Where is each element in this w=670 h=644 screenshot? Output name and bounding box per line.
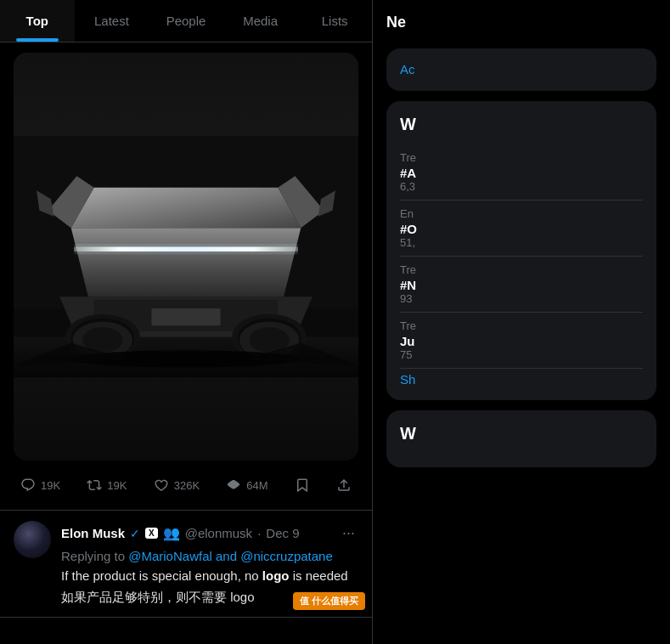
trend-item-2[interactable]: En #O 51,: [400, 201, 643, 257]
tab-media[interactable]: Media: [223, 0, 298, 42]
retweet-icon: [87, 477, 102, 493]
comment-action[interactable]: 19K: [14, 474, 67, 496]
author-name: Elon Musk: [61, 526, 125, 540]
trend-item-4[interactable]: Tre Ju 75: [400, 313, 643, 369]
tweet-date: ·: [257, 526, 261, 540]
svg-rect-12: [74, 244, 298, 254]
tweet-image[interactable]: [14, 53, 358, 460]
tweet-card-main: 19K 19K 326K: [0, 42, 372, 511]
tab-people[interactable]: People: [149, 0, 223, 42]
tweet-date-value: Dec 9: [266, 526, 299, 540]
views-count: 64M: [246, 479, 267, 492]
svg-marker-6: [71, 188, 301, 228]
comment-count: 19K: [41, 479, 60, 492]
tab-latest[interactable]: Latest: [75, 0, 149, 42]
author-handle: @elonmusk: [185, 526, 252, 540]
more-options-button[interactable]: ···: [339, 521, 358, 545]
tweet-header-left: Elon Musk ✓ X 👥 @elonmusk · Dec 9: [61, 525, 299, 541]
like-count: 326K: [174, 479, 200, 492]
views-icon: [226, 477, 241, 493]
feed: 19K 19K 326K: [0, 42, 372, 644]
tweet-header: Elon Musk ✓ X 👥 @elonmusk · Dec 9 ···: [61, 521, 358, 545]
views-action[interactable]: 64M: [219, 474, 274, 496]
whats-happening-section: W Tre #A 6,3 En #O 51, Tre #N 93 Tre Ju …: [386, 101, 656, 400]
tweet-bold-word: logo: [262, 568, 290, 583]
sidebar-section-2: W: [386, 410, 656, 467]
trend-item-3[interactable]: Tre #N 93: [400, 257, 643, 313]
affiliate-badge: 👥: [163, 525, 180, 541]
watermark: 值 什么值得买: [293, 592, 365, 610]
reply-to: Replying to @MarioNawfal and @niccruzpat…: [61, 549, 358, 563]
like-action[interactable]: 326K: [147, 474, 206, 496]
svg-marker-5: [71, 228, 301, 297]
sidebar-ads-section: Ac: [386, 48, 656, 91]
share-icon: [336, 477, 352, 493]
share-action[interactable]: [329, 474, 358, 496]
avatar: [14, 521, 51, 558]
show-more-trends[interactable]: Sh: [400, 372, 643, 387]
sidebar-news-header: Ne: [386, 7, 656, 38]
cybertruck-visual: [14, 53, 358, 460]
comment-icon: [20, 477, 36, 493]
sidebar-ads-link[interactable]: Ac: [400, 62, 415, 76]
verified-icon: ✓: [130, 527, 140, 540]
retweet-action[interactable]: 19K: [80, 474, 133, 496]
tweet-actions: 19K 19K 326K: [14, 471, 358, 500]
heart-icon: [154, 477, 169, 493]
tab-top[interactable]: Top: [0, 0, 75, 42]
right-sidebar: Ne Ac W Tre #A 6,3 En #O 51, Tre #N 93: [373, 0, 670, 644]
reply-to-users[interactable]: @MarioNawfal and @niccruzpatane: [128, 549, 333, 563]
retweet-count: 19K: [107, 479, 127, 492]
avatar-image: [14, 521, 51, 558]
reply-tweet: Elon Musk ✓ X 👥 @elonmusk · Dec 9 ··· Re…: [0, 511, 372, 618]
trend-item-1[interactable]: Tre #A 6,3: [400, 144, 643, 201]
bookmark-action[interactable]: [288, 474, 317, 496]
bookmark-icon: [295, 477, 310, 493]
tab-bar: Top Latest People Media Lists: [0, 0, 372, 42]
tab-lists[interactable]: Lists: [297, 0, 372, 42]
whats-happening-title: W: [400, 115, 643, 134]
x-badge: X: [145, 528, 158, 539]
tweet-text: If the product is special enough, no log…: [61, 567, 358, 586]
svg-rect-14: [151, 308, 220, 325]
